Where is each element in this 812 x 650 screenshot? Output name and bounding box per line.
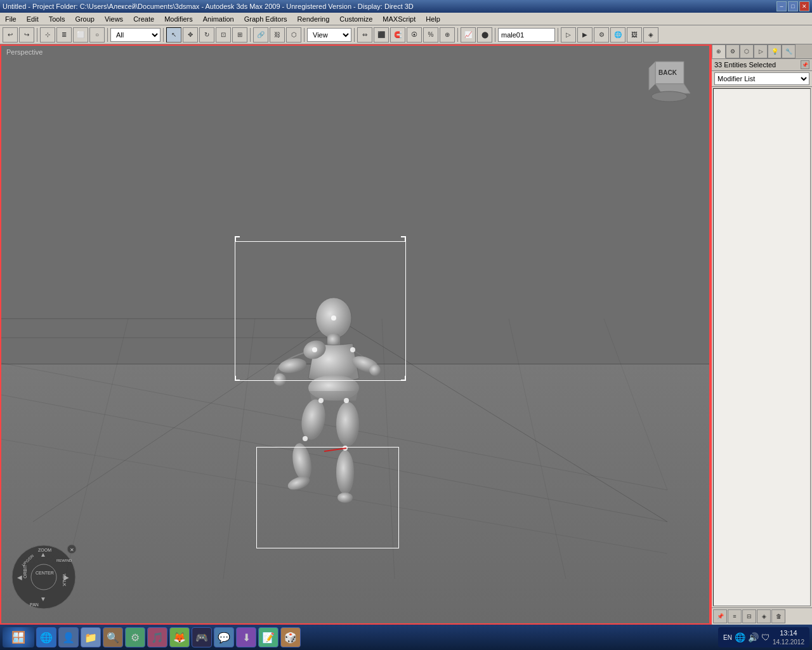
- menu-graph-editors[interactable]: Graph Editors: [239, 13, 292, 25]
- rpanel-make-unique-button[interactable]: ◈: [757, 609, 771, 623]
- circular-select-button[interactable]: ○: [89, 27, 105, 43]
- quick-render-button[interactable]: ▶: [577, 27, 593, 43]
- mirror-button[interactable]: ⇔: [357, 27, 372, 43]
- titlebar: Untitled - Project Folder: C:\Users\Алек…: [0, 0, 812, 13]
- menu-customize[interactable]: Customize: [334, 13, 377, 25]
- select-tool-button[interactable]: ↖: [166, 27, 181, 43]
- viewcube[interactable]: BACK: [646, 58, 690, 103]
- taskbar-icon-chat[interactable]: 💬: [214, 627, 234, 647]
- percent-snap-button[interactable]: %: [423, 27, 438, 43]
- view-dropdown[interactable]: View Screen Local: [307, 28, 351, 42]
- minimize-button[interactable]: –: [776, 1, 787, 11]
- rpanel-pin-button[interactable]: 📌: [801, 60, 809, 69]
- modifier-list-row: Modifier List: [712, 71, 812, 87]
- rpanel-tab-motion[interactable]: ▷: [754, 44, 768, 58]
- select-object-button[interactable]: ⊹: [40, 27, 55, 43]
- viewcube-svg: BACK: [646, 58, 690, 103]
- start-button[interactable]: 🪟: [3, 627, 34, 647]
- rpanel-tab-utilities[interactable]: 🔧: [782, 44, 796, 58]
- selection-box-lower: [256, 447, 399, 548]
- taskbar-icon-files[interactable]: 📁: [81, 627, 101, 647]
- menu-tools[interactable]: Tools: [44, 13, 70, 25]
- rpanel-tab-create[interactable]: ⊕: [712, 44, 726, 58]
- curve-editor-button[interactable]: 📈: [461, 27, 476, 43]
- menu-views[interactable]: Views: [100, 13, 128, 25]
- filter-dropdown[interactable]: All Geometry Shapes: [110, 28, 160, 42]
- schematic-view-button[interactable]: ⬤: [477, 27, 492, 43]
- rpanel-selection-row: 33 Entities Selected 📌: [712, 59, 812, 71]
- toolbar-separator-1: [37, 28, 37, 42]
- systray-security[interactable]: 🛡: [761, 632, 770, 642]
- material-editor-button[interactable]: ◈: [643, 27, 658, 43]
- sel-handle-tr: [401, 236, 406, 241]
- svg-marker-14: [649, 62, 655, 90]
- snap-button[interactable]: 🧲: [390, 27, 405, 43]
- taskbar-icon-browser2[interactable]: 🦊: [169, 627, 190, 647]
- bind-button[interactable]: ⬡: [286, 27, 301, 43]
- select-by-name-button[interactable]: ≣: [56, 27, 72, 43]
- sel-handle-bl: [235, 376, 240, 381]
- undo-button[interactable]: ↩: [3, 27, 18, 43]
- taskbar-icon-torrent[interactable]: ⬇: [236, 627, 256, 647]
- move-tool-button[interactable]: ✥: [183, 27, 198, 43]
- taskbar-icon-settings[interactable]: ⚙: [125, 627, 145, 647]
- object-name-input[interactable]: [498, 28, 555, 42]
- rpanel-tab-modify[interactable]: ⚙: [726, 44, 740, 58]
- toolbar-separator-9: [558, 28, 558, 42]
- viewport-canvas[interactable]: BACK ZOOM WALK ORBIT PAN CENTER ▲ ▼: [1, 46, 709, 623]
- rpanel-selection-label: 33 Entities Selected: [714, 61, 801, 69]
- svg-point-40: [299, 397, 329, 441]
- rpanel-pin-button[interactable]: 📌: [713, 609, 727, 623]
- viewport-container[interactable]: Perspective: [0, 44, 710, 625]
- systray-volume[interactable]: 🔊: [748, 632, 759, 642]
- render-button[interactable]: ▷: [561, 27, 576, 43]
- menu-create[interactable]: Create: [128, 13, 159, 25]
- rpanel-parameters-button[interactable]: ≡: [728, 609, 742, 623]
- toolbar-separator-7: [457, 28, 458, 42]
- rotate-tool-button[interactable]: ↻: [199, 27, 214, 43]
- svg-text:BACK: BACK: [658, 69, 678, 76]
- taskbar-icon-user[interactable]: 👤: [58, 627, 79, 647]
- taskbar-icon-steam[interactable]: 🎮: [192, 627, 212, 647]
- taskbar-icon-3dsmax[interactable]: 🎲: [280, 627, 301, 647]
- svg-point-51: [303, 436, 308, 441]
- render-settings-button[interactable]: ⚙: [594, 27, 609, 43]
- taskbar-icon-search[interactable]: 🔍: [103, 627, 123, 647]
- window-title: Untitled - Project Folder: C:\Users\Алек…: [3, 3, 776, 10]
- menubar: File Edit Tools Group Views Create Modif…: [0, 13, 812, 25]
- systray-network[interactable]: 🌐: [735, 632, 745, 642]
- menu-file[interactable]: File: [0, 13, 22, 25]
- taskbar-icon-office[interactable]: 📝: [258, 627, 278, 647]
- uniform-scale-button[interactable]: ⊞: [232, 27, 247, 43]
- menu-group[interactable]: Group: [70, 13, 100, 25]
- modifier-list-dropdown[interactable]: Modifier List: [714, 72, 809, 85]
- menu-animation[interactable]: Animation: [198, 13, 239, 25]
- align-button[interactable]: ⬛: [374, 27, 389, 43]
- environment-button[interactable]: 🌐: [610, 27, 625, 43]
- rpanel-tab-hierarchy[interactable]: ⬡: [740, 44, 754, 58]
- sel-handle-tl: [235, 236, 240, 241]
- unlink-button[interactable]: ⛓: [270, 27, 285, 43]
- rpanel-channels-button[interactable]: ⊟: [742, 609, 756, 623]
- link-button[interactable]: 🔗: [253, 27, 268, 43]
- menu-edit[interactable]: Edit: [22, 13, 44, 25]
- rpanel-tab-display[interactable]: 💡: [768, 44, 782, 58]
- scale-tool-button[interactable]: ⊡: [216, 27, 231, 43]
- angle-snap-button[interactable]: ⦿: [407, 27, 422, 43]
- spinner-snap-button[interactable]: ⊕: [440, 27, 455, 43]
- right-panel: ⊕ ⚙ ⬡ ▷ 💡 🔧 33 Entities Selected 📌 Modif…: [710, 44, 812, 625]
- rpanel-delete-button[interactable]: 🗑: [771, 609, 785, 623]
- redo-button[interactable]: ↪: [19, 27, 34, 43]
- maximize-button[interactable]: □: [788, 1, 798, 11]
- navigation-gizmo[interactable]: ZOOM WALK ORBIT PAN CENTER ▲ ▼ ◀ ▶ REWIN…: [11, 544, 77, 611]
- taskbar-icon-media[interactable]: 🎵: [147, 627, 167, 647]
- taskbar-icon-browser[interactable]: 🌐: [36, 627, 56, 647]
- menu-maxscript[interactable]: MAXScript: [377, 13, 421, 25]
- menu-help[interactable]: Help: [421, 13, 445, 25]
- svg-text:▲: ▲: [40, 551, 46, 558]
- menu-modifiers[interactable]: Modifiers: [159, 13, 198, 25]
- menu-rendering[interactable]: Rendering: [292, 13, 335, 25]
- render-frame-window[interactable]: 🖼: [627, 27, 642, 43]
- rectangular-select-button[interactable]: ⬜: [73, 27, 88, 43]
- close-button[interactable]: ✕: [799, 1, 809, 11]
